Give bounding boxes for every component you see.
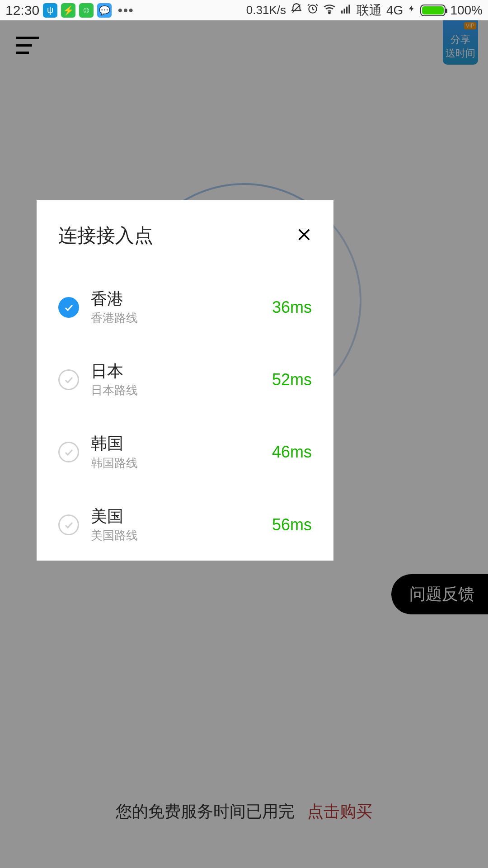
- svg-rect-6: [348, 5, 350, 14]
- check-icon: [58, 442, 79, 462]
- modal-title: 连接接入点: [58, 223, 153, 248]
- status-left: 12:30 ψ ⚡ ☺ 💬 •••: [5, 3, 134, 18]
- svg-rect-5: [346, 7, 347, 14]
- svg-rect-3: [341, 10, 343, 14]
- server-name: 韩国: [91, 434, 260, 453]
- server-item-korea[interactable]: 韩国 韩国路线 46ms: [58, 434, 312, 471]
- server-item-hongkong[interactable]: 香港 香港路线 36ms: [58, 289, 312, 326]
- status-bar: 12:30 ψ ⚡ ☺ 💬 ••• 0.31K/s 联通 4G 100%: [0, 0, 488, 20]
- charging-icon: [408, 3, 416, 18]
- statusbar-app-icon: ⚡: [61, 3, 75, 18]
- carrier-label: 联通: [357, 2, 382, 19]
- server-latency: 52ms: [272, 370, 312, 389]
- svg-point-2: [328, 12, 330, 14]
- svg-rect-4: [344, 9, 345, 14]
- server-modal: 连接接入点 香港 香港路线 36ms 日本 日本路线 52ms: [37, 200, 333, 561]
- statusbar-app-icon: ψ: [43, 3, 57, 18]
- server-sub: 香港路线: [91, 310, 260, 326]
- server-item-japan[interactable]: 日本 日本路线 52ms: [58, 361, 312, 398]
- server-list: 香港 香港路线 36ms 日本 日本路线 52ms 韩国 韩国路线: [58, 289, 312, 543]
- statusbar-more-icon: •••: [115, 3, 134, 18]
- network-speed: 0.31K/s: [246, 3, 286, 17]
- server-latency: 36ms: [272, 298, 312, 317]
- status-right: 0.31K/s 联通 4G 100%: [246, 2, 483, 19]
- mute-icon: [291, 3, 302, 18]
- close-icon[interactable]: [296, 227, 312, 244]
- status-time: 12:30: [5, 3, 39, 18]
- network-type: 4G: [386, 3, 403, 18]
- check-icon: [58, 297, 79, 318]
- battery-percent: 100%: [450, 3, 483, 18]
- check-icon: [58, 514, 79, 535]
- server-latency: 56ms: [272, 515, 312, 534]
- wifi-icon: [323, 2, 336, 18]
- server-item-usa[interactable]: 美国 美国路线 56ms: [58, 506, 312, 543]
- statusbar-app-icon: 💬: [97, 3, 112, 18]
- statusbar-app-icon: ☺: [79, 3, 94, 18]
- server-sub: 韩国路线: [91, 455, 260, 471]
- server-sub: 美国路线: [91, 528, 260, 543]
- server-sub: 日本路线: [91, 382, 260, 398]
- alarm-icon: [307, 3, 319, 18]
- check-icon: [58, 369, 79, 390]
- signal-icon: [340, 3, 352, 18]
- server-name: 美国: [91, 506, 260, 526]
- server-latency: 46ms: [272, 443, 312, 462]
- server-name: 日本: [91, 361, 260, 381]
- battery-icon: [420, 5, 446, 16]
- server-name: 香港: [91, 289, 260, 308]
